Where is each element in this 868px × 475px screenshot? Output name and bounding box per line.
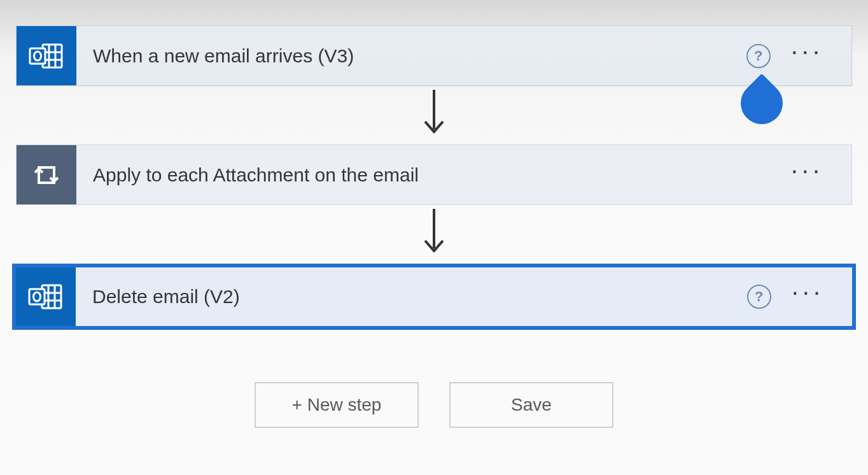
more-icon[interactable]: ··· bbox=[792, 279, 824, 304]
trigger-actions: ? ··· bbox=[746, 43, 851, 69]
delete-actions: ? ··· bbox=[747, 284, 852, 309]
apply-to-each-card[interactable]: Apply to each Attachment on the email ··… bbox=[16, 145, 852, 205]
footer-buttons: + New step Save bbox=[255, 382, 613, 428]
connector-arrow-icon bbox=[421, 209, 447, 260]
flow-designer-canvas: When a new email arrives (V3) ? ··· Appl… bbox=[0, 0, 868, 428]
apply-actions: ··· bbox=[791, 162, 851, 188]
trigger-card[interactable]: When a new email arrives (V3) ? ··· bbox=[16, 25, 852, 86]
save-button[interactable]: Save bbox=[449, 382, 613, 428]
apply-to-each-title: Apply to each Attachment on the email bbox=[76, 164, 791, 186]
more-icon[interactable]: ··· bbox=[791, 38, 823, 64]
more-icon[interactable]: ··· bbox=[791, 157, 823, 183]
help-icon[interactable]: ? bbox=[747, 285, 771, 309]
loop-icon bbox=[17, 145, 76, 204]
teardrop-callout-icon bbox=[732, 73, 791, 132]
new-step-button[interactable]: + New step bbox=[255, 382, 419, 428]
connector-arrow-icon bbox=[421, 90, 447, 141]
outlook-icon bbox=[16, 267, 76, 326]
delete-email-title: Delete email (V2) bbox=[76, 286, 747, 308]
help-icon[interactable]: ? bbox=[746, 44, 771, 68]
outlook-icon bbox=[17, 26, 76, 85]
delete-email-card[interactable]: Delete email (V2) ? ··· bbox=[12, 264, 856, 330]
trigger-title: When a new email arrives (V3) bbox=[76, 45, 746, 67]
